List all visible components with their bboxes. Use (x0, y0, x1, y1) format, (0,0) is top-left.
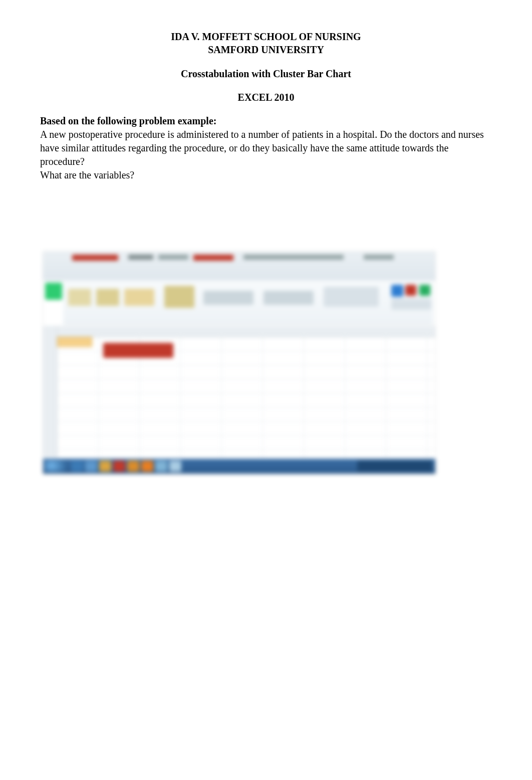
problem-body: A new postoperative procedure is adminis… (40, 128, 492, 168)
taskbar-item (85, 461, 97, 472)
taskbar-item (71, 461, 83, 472)
ribbon-color-icon (419, 285, 430, 296)
ribbon-group (324, 287, 379, 307)
excel-row-headers (43, 326, 57, 458)
taskbar-item (169, 461, 181, 472)
taskbar-item (127, 461, 139, 472)
taskbar-item (113, 461, 125, 472)
header-line-1: IDA V. MOFFETT SCHOOL OF NURSING (40, 30, 492, 43)
ribbon-group (263, 291, 314, 305)
ribbon-tab (364, 255, 394, 260)
ribbon-color-icon (391, 285, 403, 297)
excel-callout-box (103, 343, 173, 358)
header-line-2: SAMFORD UNIVERSITY (40, 43, 492, 56)
ribbon-tab (158, 255, 188, 260)
ribbon-group (164, 286, 194, 308)
excel-ribbon (63, 282, 433, 324)
windows-taskbar (43, 459, 435, 474)
excel-titlebar-tabs (43, 252, 435, 281)
ribbon-group (203, 291, 253, 305)
excel-column-headers (57, 326, 435, 337)
excel-screenshot-blurred (43, 251, 436, 474)
start-button-icon (45, 461, 67, 472)
problem-question: What are the variables? (40, 169, 492, 181)
taskbar-item (141, 461, 153, 472)
ribbon-tab (243, 255, 344, 260)
document-version: EXCEL 2010 (40, 92, 492, 103)
excel-active-cell (57, 337, 92, 347)
document-subtitle: Crosstabulation with Cluster Bar Chart (40, 68, 492, 80)
taskbar-tray (357, 461, 432, 472)
excel-logo-icon (45, 283, 62, 300)
ribbon-tab-highlight (193, 255, 233, 261)
ribbon-group (96, 289, 119, 306)
ribbon-group (124, 289, 154, 306)
document-header: IDA V. MOFFETT SCHOOL OF NURSING SAMFORD… (40, 30, 492, 56)
ribbon-group (391, 299, 431, 310)
ribbon-color-icon (405, 285, 416, 296)
ribbon-group (68, 289, 91, 306)
problem-heading: Based on the following problem example: (40, 115, 492, 127)
ribbon-tab-highlight (72, 255, 118, 261)
taskbar-item (99, 461, 111, 472)
ribbon-tab (128, 255, 153, 260)
taskbar-item (155, 461, 167, 472)
